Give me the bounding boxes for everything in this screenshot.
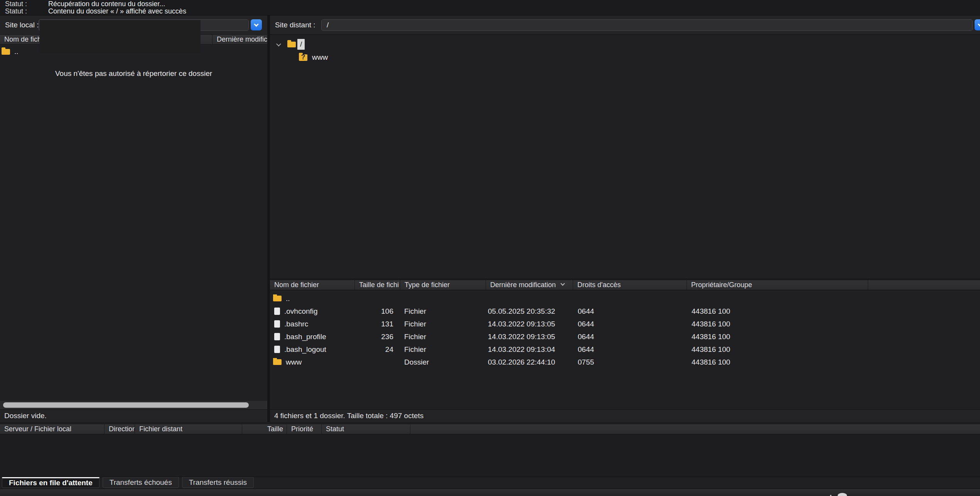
column-header[interactable]: Propriétaire/Groupe — [687, 280, 868, 290]
scrollbar-thumb[interactable] — [3, 402, 249, 408]
file-panels: Site local : Nom de fichier Taille de fi… — [0, 15, 980, 422]
file-modified: 03.02.2026 22:44:10 — [486, 358, 573, 367]
file-type-icon — [274, 320, 280, 328]
file-permissions: 0644 — [573, 333, 687, 341]
window-bottom-strip — [0, 489, 980, 496]
column-header[interactable]: Nom de fichier — [270, 280, 355, 290]
file-type-icon — [273, 296, 282, 301]
remote-directory-tree: / www — [270, 35, 980, 279]
remote-panel: Site distant : / / www — [270, 15, 980, 422]
file-type: Fichier — [400, 320, 486, 328]
file-name: www — [286, 358, 302, 367]
status-message: Récupération du contenu du dossier... — [48, 0, 165, 8]
file-type: Fichier — [400, 307, 486, 316]
filezilla-window: Statut : Récupération du contenu du doss… — [0, 0, 980, 496]
status-message: Contenu du dossier « / » affiché avec su… — [48, 7, 186, 15]
file-name: .bash_logout — [284, 345, 326, 354]
remote-file-row[interactable]: .bash_profile 236 Fichier 14.03.2022 09:… — [270, 330, 980, 343]
queue-tab-bar: Fichiers en file d'attente Transferts éc… — [0, 477, 980, 489]
file-size: 131 — [355, 320, 400, 328]
remote-file-row[interactable]: www Dossier 03.02.2026 22:44:10 0755 443… — [270, 356, 980, 368]
file-permissions: 0644 — [573, 320, 687, 328]
file-name: .bashrc — [284, 320, 308, 328]
queue-column-header[interactable]: Fichier distant — [135, 424, 242, 434]
file-modified: 14.03.2022 09:13:05 — [486, 320, 573, 328]
folder-icon — [2, 49, 10, 55]
tree-expander-chevron-down-icon[interactable] — [276, 41, 281, 46]
queue-column-headers: Serveur / Fichier local Direction Fichie… — [0, 424, 980, 434]
chevron-down-icon — [254, 22, 259, 27]
queue-column-header[interactable]: Priorité — [287, 424, 322, 434]
file-modified: 05.05.2025 20:35:32 — [486, 307, 573, 316]
file-type-icon — [274, 333, 280, 340]
file-permissions: 0644 — [573, 307, 687, 316]
local-file-list: .. Vous n'êtes pas autorisé à répertorie… — [0, 45, 267, 401]
screen-artifact — [838, 493, 847, 496]
queue-column-header[interactable]: Direction — [105, 424, 135, 434]
local-site-label: Site local : — [0, 21, 39, 29]
remote-file-row[interactable]: .ovhconfig 106 Fichier 05.05.2025 20:35:… — [270, 305, 980, 318]
queue-column-header[interactable]: Serveur / Fichier local — [0, 424, 105, 434]
sort-arrow-icon — [560, 281, 565, 286]
redaction-overlay — [40, 20, 201, 53]
local-panel: Site local : Nom de fichier Taille de fi… — [0, 15, 267, 422]
transfer-tab[interactable]: Transferts échoués — [103, 477, 179, 488]
queue-column-header[interactable]: Statut — [322, 424, 410, 434]
status-label: Statut : — [0, 7, 48, 15]
remote-file-list: .. .ovhconfig 106 — [270, 290, 980, 409]
chevron-down-icon — [978, 22, 980, 27]
status-log-line: Statut : Contenu du dossier « / » affich… — [0, 8, 980, 15]
transfer-tab[interactable]: Fichiers en file d'attente — [2, 477, 100, 488]
file-size: 236 — [355, 333, 400, 341]
column-header[interactable]: Dernière modification — [486, 280, 573, 290]
remote-site-bar: Site distant : / — [270, 15, 980, 35]
tree-item-root-label: / — [297, 39, 305, 50]
status-log: Statut : Récupération du contenu du doss… — [0, 0, 980, 15]
file-type-icon — [274, 308, 280, 315]
transfer-tab[interactable]: Transferts réussis — [182, 477, 254, 488]
folder-question-icon — [299, 54, 307, 61]
status-label: Statut : — [0, 0, 48, 8]
file-owner-group: 443816 100 — [687, 307, 868, 316]
file-modified: 14.03.2022 09:13:05 — [486, 333, 573, 341]
file-owner-group: 443816 100 — [687, 333, 868, 341]
file-type-icon — [273, 359, 282, 365]
local-status-text: Dossier vide. — [0, 409, 267, 422]
panel-splitter[interactable] — [267, 15, 270, 422]
file-type: Fichier — [400, 345, 486, 354]
file-name: .bash_profile — [284, 333, 326, 341]
column-header[interactable]: Droits d'accès — [573, 280, 687, 290]
file-size: 106 — [355, 307, 400, 316]
file-type: Fichier — [400, 333, 486, 341]
remote-site-label: Site distant : — [270, 21, 315, 29]
remote-path-dropdown-button[interactable] — [975, 19, 980, 30]
tree-item-root[interactable]: / — [270, 38, 980, 51]
local-path-dropdown-button[interactable] — [251, 19, 262, 30]
file-owner-group: 443816 100 — [687, 345, 868, 354]
remote-file-row[interactable]: .bash_logout 24 Fichier 14.03.2022 09:13… — [270, 343, 980, 356]
file-owner-group: 443816 100 — [687, 358, 868, 367]
file-permissions: 0644 — [573, 345, 687, 354]
column-header[interactable]: Dernière modific — [213, 35, 267, 44]
file-size: 24 — [355, 345, 400, 354]
column-header[interactable]: Taille de fichi — [355, 280, 400, 290]
remote-column-headers: Nom de fichier Taille de fichi Type de f… — [270, 280, 980, 290]
file-name: .ovhconfig — [284, 307, 318, 316]
file-name: .. — [286, 294, 290, 303]
file-type-icon — [274, 346, 280, 353]
file-permissions: 0755 — [573, 358, 687, 367]
horizontal-scrollbar[interactable] — [0, 401, 267, 409]
file-owner-group: 443816 100 — [687, 320, 868, 328]
remote-path-input[interactable]: / — [321, 19, 973, 31]
status-log-line: Statut : Récupération du contenu du doss… — [0, 0, 980, 8]
column-header[interactable]: Type de fichier — [400, 280, 486, 290]
queue-body — [0, 434, 980, 477]
tree-item-www[interactable]: www — [270, 51, 980, 64]
remote-file-row[interactable]: .. — [270, 292, 980, 305]
permission-denied-message: Vous n'êtes pas autorisé à répertorier c… — [0, 69, 267, 78]
remote-file-row[interactable]: .bashrc 131 Fichier 14.03.2022 09:13:05 … — [270, 318, 980, 330]
folder-icon — [287, 42, 296, 47]
file-modified: 14.03.2022 09:13:04 — [486, 345, 573, 354]
queue-column-header[interactable]: Taille — [242, 424, 287, 434]
transfer-queue: Serveur / Fichier local Direction Fichie… — [0, 422, 980, 477]
